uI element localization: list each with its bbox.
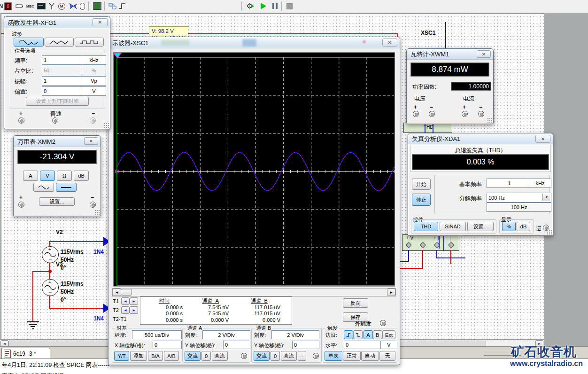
- multimeter-titlebar[interactable]: 万用表-XMM2 ✕: [14, 136, 101, 147]
- offset-unit[interactable]: V: [82, 86, 106, 96]
- terminal[interactable]: [420, 242, 426, 248]
- v3-ac-source-symbol[interactable]: + −: [42, 279, 59, 296]
- rise-fall-time-button[interactable]: 设置上升/下降时间: [26, 97, 89, 106]
- ext-trigger-terminal[interactable]: [380, 320, 386, 326]
- channel-a-ac-button[interactable]: 交流: [185, 351, 201, 361]
- distortion-analyzer-titlebar[interactable]: 失真分析仪-XDA1 ✕: [408, 133, 553, 144]
- close-icon[interactable]: ✕: [477, 50, 491, 58]
- channel-b-scale-field[interactable]: 2 V/Div: [271, 330, 319, 339]
- wattmeter-titlebar[interactable]: 瓦特计-XWM1 ✕: [407, 49, 493, 60]
- thd-button[interactable]: THD: [414, 222, 438, 231]
- trigger-none-button[interactable]: 无: [379, 351, 395, 361]
- channel-a-ypos-field[interactable]: 0: [223, 341, 250, 349]
- trigger-single-button[interactable]: 单次: [325, 351, 342, 361]
- amplitude-unit[interactable]: Vp: [82, 76, 106, 86]
- t2-left-icon[interactable]: ◄: [121, 306, 130, 314]
- minus-terminal[interactable]: [90, 202, 96, 208]
- plus-terminal[interactable]: [18, 202, 24, 208]
- channel-a-scale-field[interactable]: 2 V/Div: [202, 330, 250, 339]
- close-icon[interactable]: ✕: [382, 39, 397, 47]
- channel-a-terminal[interactable]: [241, 353, 247, 359]
- fundamental-freq-field[interactable]: 1: [487, 179, 532, 188]
- ab-mode-button[interactable]: A/B: [164, 351, 179, 361]
- resize-grip[interactable]: [94, 210, 100, 215]
- chevron-down-icon[interactable]: ▼: [542, 194, 550, 201]
- scroll-left-icon[interactable]: ◄: [0, 340, 8, 347]
- falling-edge-icon[interactable]: [353, 330, 363, 339]
- scroll-left-icon[interactable]: ◄: [113, 288, 121, 296]
- common-terminal[interactable]: [52, 117, 58, 124]
- sine-wave-button[interactable]: [14, 38, 44, 47]
- channel-b-invert-button[interactable]: -: [298, 351, 306, 361]
- channel-b-ypos-field[interactable]: 0: [292, 341, 319, 349]
- trigger-source-ext-button[interactable]: Ext: [382, 330, 395, 339]
- multimeter-window[interactable]: 万用表-XMM2 ✕ -21.304 V A V Ω dB + 设置... −: [13, 135, 101, 216]
- resolution-freq-dropdown[interactable]: 100 Hz ▼: [487, 193, 551, 203]
- trigger-level-field[interactable]: 0: [344, 341, 382, 349]
- thd-instrument-symbol[interactable]: THD: [403, 123, 452, 133]
- ladder-rung-icon[interactable]: [118, 1, 127, 11]
- settings-button[interactable]: 设置...: [467, 222, 494, 231]
- stop-button[interactable]: 停止: [412, 194, 431, 206]
- current-minus-terminal[interactable]: [478, 111, 484, 117]
- pause-simulation-icon[interactable]: [270, 1, 279, 11]
- t2-right-icon[interactable]: ►: [130, 306, 138, 314]
- channel-b-ac-button[interactable]: 交流: [254, 351, 270, 361]
- percent-button[interactable]: %: [502, 222, 516, 231]
- seven-segment-display-icon[interactable]: 8: [4, 1, 12, 11]
- v3-reference-label[interactable]: V3: [56, 261, 63, 268]
- timebase-scale-field[interactable]: 500 us/Div: [132, 330, 182, 339]
- t1-right-icon[interactable]: ►: [130, 297, 138, 305]
- close-icon[interactable]: ✕: [93, 18, 108, 26]
- peripheral-icon[interactable]: [78, 1, 86, 11]
- terminal[interactable]: [406, 242, 412, 248]
- ba-mode-button[interactable]: B/A: [148, 351, 163, 361]
- channel-b-zero-button[interactable]: 0: [271, 351, 280, 361]
- db-button[interactable]: dB: [517, 222, 530, 231]
- ammeter-mode-button[interactable]: A: [23, 171, 38, 181]
- scroll-thumb[interactable]: [121, 289, 132, 296]
- component-wizard-icon[interactable]: N: [0, 1, 3, 11]
- resize-grip[interactable]: [104, 123, 109, 128]
- channel-a-zero-button[interactable]: 0: [201, 351, 211, 361]
- trigger-source-b-button[interactable]: B: [373, 330, 382, 339]
- minus-terminal[interactable]: [90, 117, 96, 124]
- run-settings-icon[interactable]: ⚙: [245, 1, 256, 11]
- motor-icon[interactable]: M: [57, 1, 66, 11]
- sheet-tab-6c19-3[interactable]: 6c19--3 *: [1, 348, 50, 359]
- xsc1-reference-label[interactable]: XSC1: [421, 30, 435, 36]
- v2-ac-source-symbol[interactable]: + −: [42, 246, 59, 263]
- current-plus-terminal[interactable]: [462, 111, 468, 117]
- function-generator-titlebar[interactable]: 函数发生器-XFG1 ✕: [4, 17, 110, 28]
- rising-edge-icon[interactable]: [344, 330, 353, 339]
- amplitude-field[interactable]: 1: [42, 76, 84, 86]
- frequency-unit[interactable]: kHz: [82, 55, 106, 65]
- sinad-button[interactable]: SINAD: [440, 222, 466, 231]
- close-icon[interactable]: ✕: [535, 135, 550, 143]
- channel-b-dc-button[interactable]: 直流: [281, 351, 297, 361]
- mcu-bird-icon[interactable]: [68, 1, 78, 11]
- function-generator-window[interactable]: 函数发生器-XFG1 ✕ 波形 信号选项 频率: 1 kHz 占空比: 50 %…: [4, 16, 110, 129]
- add-mode-button[interactable]: 添加: [130, 351, 147, 361]
- distortion-analyzer-window[interactable]: 失真分析仪-XDA1 ✕ 总谐波失真（THD） 0.003 % 开始 停止 基本…: [408, 133, 553, 236]
- trigger-normal-button[interactable]: 正常: [343, 351, 361, 361]
- triangle-wave-button[interactable]: [45, 38, 74, 47]
- square-wave-button[interactable]: [75, 38, 104, 47]
- channel-a-dc-button[interactable]: 直流: [212, 351, 228, 361]
- trigger-auto-button[interactable]: 自动: [361, 351, 379, 361]
- scroll-right-icon[interactable]: ►: [387, 288, 395, 296]
- timebase-xpos-field[interactable]: 0: [153, 341, 182, 349]
- offset-field[interactable]: 0: [42, 86, 84, 96]
- terminal[interactable]: [448, 242, 454, 248]
- ohmmeter-mode-button[interactable]: Ω: [57, 171, 72, 181]
- resize-grip[interactable]: [487, 117, 492, 123]
- dc-mode-button[interactable]: [56, 183, 77, 192]
- battery-icon[interactable]: [15, 1, 24, 11]
- voltmeter-mode-button[interactable]: V: [40, 171, 55, 181]
- fundamental-freq-unit[interactable]: kHz: [529, 179, 551, 188]
- mcu-chip-icon[interactable]: [92, 1, 102, 11]
- reverse-button[interactable]: 反向: [343, 298, 368, 308]
- virtual-display-icon[interactable]: [37, 1, 46, 11]
- plus-terminal[interactable]: [18, 117, 24, 124]
- t1-left-icon[interactable]: ◄: [121, 297, 130, 305]
